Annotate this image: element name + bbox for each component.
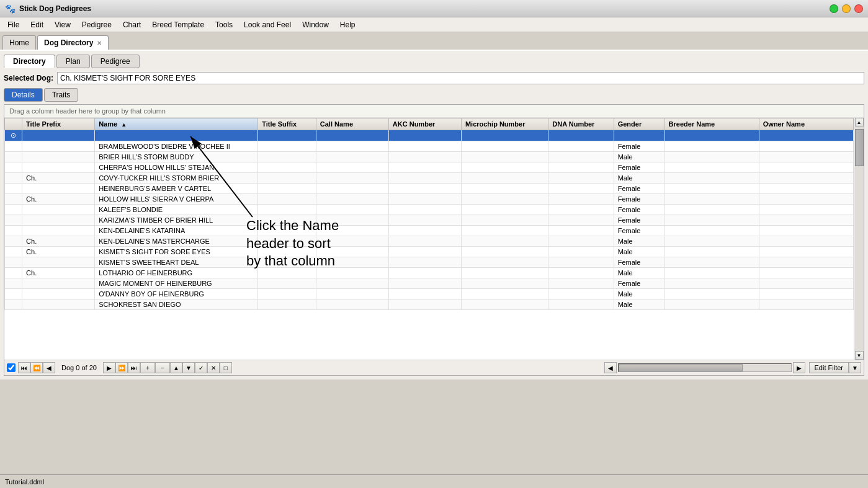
table-row[interactable]: BRIER HILL'S STORM BUDDYMale [5, 152, 854, 162]
nav-first-btn[interactable]: ⏮ [18, 362, 30, 373]
hscroll-left-btn[interactable]: ◀ [604, 362, 617, 373]
cell-owner [759, 130, 853, 141]
menu-edit[interactable]: Edit [25, 19, 48, 30]
sub-tab-pedigree[interactable]: Pedigree [91, 55, 140, 68]
cell-dna [548, 289, 614, 299]
table-row[interactable]: Ch.HOLLOW HILLS' SIERRA V CHERPAFemale [5, 194, 854, 205]
col-microchip-header[interactable]: Microchip Number [461, 118, 548, 130]
scroll-thumb[interactable] [855, 129, 864, 166]
cell-owner [759, 162, 853, 173]
menu-breed-template[interactable]: Breed Template [147, 19, 209, 30]
table-row[interactable]: ⊙ [5, 130, 854, 141]
menu-file[interactable]: File [2, 19, 24, 30]
menu-tools[interactable]: Tools [210, 19, 238, 30]
cell-name: KEN-DELAINE'S MASTERCHARGE [95, 236, 258, 247]
cell-dna [548, 173, 614, 184]
col-akc-number-header[interactable]: AKC Number [388, 118, 461, 130]
tab-home[interactable]: Home [2, 35, 36, 50]
tab-close-btn[interactable]: ✕ [97, 40, 102, 47]
hscroll-thumb[interactable] [619, 364, 743, 371]
cell-gender: Male [614, 236, 664, 247]
menu-chart[interactable]: Chart [118, 19, 146, 30]
col-name-header[interactable]: Name ▲ [95, 118, 258, 130]
hscroll-right-btn[interactable]: ▶ [793, 362, 805, 373]
table-row[interactable]: O'DANNY BOY OF HEINERBURGMale [5, 289, 854, 299]
table-row[interactable]: HEINERBURG'S AMBER V CARTELFemale [5, 184, 854, 194]
scroll-up-btn[interactable]: ▲ [855, 118, 864, 126]
nav-scroll-down-arrow[interactable]: ▼ [849, 362, 861, 373]
cell-title-suffix [258, 141, 316, 152]
nav-last-btn[interactable]: ⏭ [128, 362, 140, 373]
minimize-btn[interactable] [842, 4, 851, 13]
edit-filter-btn[interactable]: Edit Filter [809, 362, 849, 373]
app-title: Stick Dog Pedigrees [19, 4, 863, 13]
nav-next10-btn[interactable]: ⏩ [115, 362, 128, 373]
table-row[interactable]: KEN-DELAINE'S KATARINAFemale [5, 226, 854, 236]
nav-up-btn[interactable]: ▲ [170, 362, 182, 373]
cell-akc-number [388, 289, 461, 299]
selected-dog-input[interactable] [57, 72, 864, 84]
menu-window[interactable]: Window [297, 19, 334, 30]
menu-view[interactable]: View [50, 19, 76, 30]
cell-owner [759, 173, 853, 184]
menu-help[interactable]: Help [335, 19, 360, 30]
table-row[interactable]: Ch.LOTHARIO OF HEINERBURGMale [5, 268, 854, 278]
nav-remove-btn[interactable]: − [155, 362, 170, 373]
cell-owner [759, 152, 853, 162]
cell-breeder [664, 299, 759, 310]
cell-name: SCHOKREST SAN DIEGO [95, 299, 258, 310]
nav-down-btn[interactable]: ▼ [182, 362, 195, 373]
cell-akc-number [388, 205, 461, 215]
col-title-suffix-header[interactable]: Title Suffix [258, 118, 316, 130]
tab-dog-directory[interactable]: Dog Directory ✕ [37, 35, 109, 50]
cell-breeder [664, 215, 759, 226]
table-row[interactable]: Ch.KISMET'S SIGHT FOR SORE EYESMale [5, 247, 854, 257]
table-row[interactable]: Ch.COVY-TUCKER HILL'S STORM BRIERMale [5, 173, 854, 184]
table-row[interactable]: CHERPA'S HOLLOW HILLS' STEJANFemale [5, 162, 854, 173]
cell-breeder [664, 247, 759, 257]
maximize-btn[interactable] [830, 4, 838, 13]
bottom-checkbox[interactable] [7, 363, 16, 372]
nav-prev-btn[interactable]: ◀ [43, 362, 55, 373]
cell-title-suffix [258, 278, 316, 289]
col-title-prefix-header[interactable]: Title Prefix [22, 118, 95, 130]
table-row[interactable]: KISMET'S SWEETHEART DEALFemale [5, 257, 854, 268]
cell-name: MAGIC MOMENT OF HEINERBURG [95, 278, 258, 289]
table-row[interactable]: MAGIC MOMENT OF HEINERBURGFemale [5, 278, 854, 289]
menu-look-and-feel[interactable]: Look and Feel [239, 19, 296, 30]
col-dna-header[interactable]: DNA Number [548, 118, 614, 130]
table-row[interactable]: BRAMBLEWOOD'S DIEDRE V NOCHEE IIFemale [5, 141, 854, 152]
detail-tab-details[interactable]: Details [4, 88, 43, 102]
sub-tab-plan[interactable]: Plan [56, 55, 90, 68]
detail-tab-traits[interactable]: Traits [44, 88, 79, 102]
nav-square-btn[interactable]: □ [220, 362, 232, 373]
col-call-name-header[interactable]: Call Name [316, 118, 388, 130]
col-checkbox-header[interactable] [5, 118, 22, 130]
nav-add-btn[interactable]: + [140, 362, 155, 373]
nav-check-btn[interactable]: ✓ [195, 362, 207, 373]
group-header: Drag a column header here to group by th… [4, 105, 864, 118]
content-area: Directory Plan Pedigree Selected Dog: De… [0, 50, 868, 379]
table-row[interactable]: Ch.KEN-DELAINE'S MASTERCHARGEMale [5, 236, 854, 247]
cell-gender: Female [614, 194, 664, 205]
col-gender-header[interactable]: Gender [614, 118, 664, 130]
table-row[interactable]: KARIZMA'S TIMBER OF BRIER HILLFemale [5, 215, 854, 226]
col-breeder-header[interactable]: Breeder Name [664, 118, 759, 130]
table-row[interactable]: SCHOKREST SAN DIEGOMale [5, 299, 854, 310]
tab-home-label: Home [9, 38, 29, 47]
vertical-scrollbar[interactable]: ▲ ▼ [854, 118, 864, 360]
sub-tab-directory[interactable]: Directory [4, 55, 55, 68]
close-btn[interactable] [854, 4, 863, 13]
table-scroll-area[interactable]: Click the Name header to sort by that co… [4, 118, 854, 360]
cell-name: BRIER HILL'S STORM BUDDY [95, 152, 258, 162]
cell-call-name [316, 152, 388, 162]
scroll-down-btn[interactable]: ▼ [855, 351, 864, 360]
cell-dna [548, 268, 614, 278]
menu-pedigree[interactable]: Pedigree [77, 19, 117, 30]
nav-next-btn[interactable]: ▶ [103, 362, 115, 373]
nav-x-btn[interactable]: ✕ [207, 362, 220, 373]
hscroll-track[interactable] [618, 363, 792, 372]
table-row[interactable]: KALEEF'S BLONDIEFemale [5, 205, 854, 215]
nav-prev10-btn[interactable]: ⏪ [30, 362, 43, 373]
col-owner-header[interactable]: Owner Name [759, 118, 853, 130]
